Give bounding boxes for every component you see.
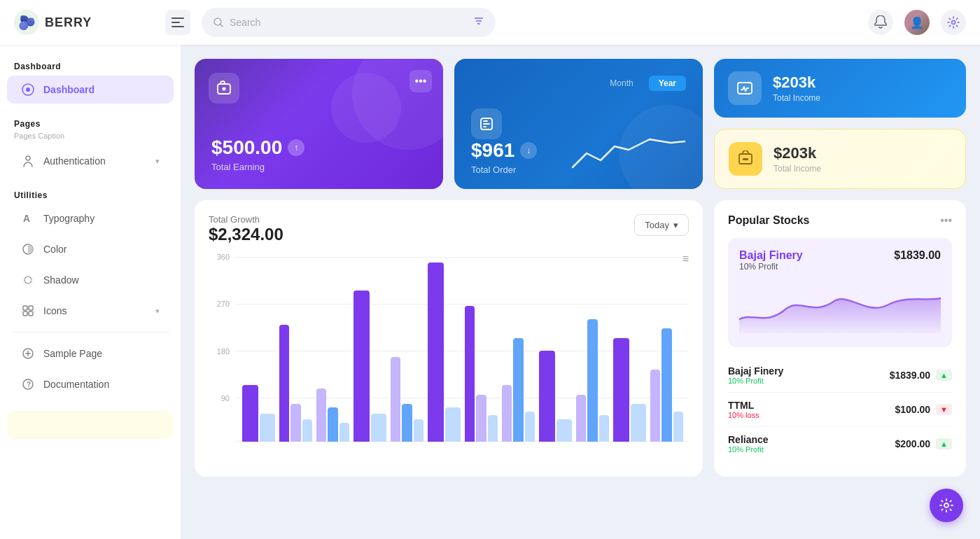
stock-reliance-badge: ▲ bbox=[936, 438, 952, 449]
filter-button[interactable] bbox=[473, 15, 484, 29]
stock-bajaj-name: Bajaj Finery bbox=[728, 365, 783, 377]
earning-card-icon bbox=[209, 73, 239, 104]
bottom-row: Total Growth $2,324.00 Today ▾ ≡ 360 bbox=[195, 200, 966, 477]
sidebar-item-shadow[interactable]: Shadow bbox=[7, 266, 174, 294]
sidebar-pages-caption: Pages Caption bbox=[0, 132, 181, 146]
svg-text:?: ? bbox=[27, 381, 31, 388]
featured-stock-name: Bajaj Finery bbox=[739, 249, 803, 262]
featured-stock-top: Bajaj Finery 10% Profit $1839.00 bbox=[739, 249, 941, 272]
header-right: 👤 bbox=[868, 10, 966, 35]
stocks-menu-button[interactable]: ••• bbox=[940, 214, 952, 227]
sidebar-item-documentation[interactable]: ? Documentation bbox=[7, 370, 174, 398]
card-total-earning: ••• $500.00 ↑ Total Earning bbox=[195, 59, 443, 189]
stocks-title: Popular Stocks bbox=[728, 214, 809, 227]
fab-settings-button[interactable] bbox=[930, 489, 963, 522]
app-name: BERRY bbox=[45, 15, 92, 30]
stock-ttml-badge: ▼ bbox=[936, 404, 952, 415]
sidebar-section-pages: Pages bbox=[0, 113, 181, 132]
sidebar-item-typography[interactable]: A Typography bbox=[7, 204, 174, 232]
bar-blue bbox=[662, 328, 671, 442]
today-chevron-icon: ▾ bbox=[673, 220, 678, 230]
stock-ttml-change: 10% loss bbox=[728, 411, 760, 419]
svg-point-33 bbox=[944, 503, 948, 507]
stock-reliance-name: Reliance bbox=[728, 434, 769, 445]
featured-stock-profit: 10% Profit bbox=[739, 262, 803, 272]
stock-bajaj-badge: ▲ bbox=[936, 370, 952, 381]
menu-toggle-button[interactable] bbox=[165, 10, 190, 35]
stock-row-ttml: TTML 10% loss $100.00 ▼ bbox=[728, 393, 952, 427]
sidebar-promo bbox=[7, 411, 174, 439]
bar-light-blue bbox=[631, 404, 647, 442]
card-income-blue: $203k Total Income bbox=[714, 59, 966, 118]
settings-button[interactable] bbox=[941, 10, 966, 35]
featured-stock-card: Bajaj Finery 10% Profit $1839.00 bbox=[728, 238, 952, 347]
notification-button[interactable] bbox=[868, 10, 893, 35]
typography-icon: A bbox=[21, 211, 35, 225]
income-blue-amount: $203k bbox=[773, 74, 820, 92]
bar-group-8 bbox=[502, 253, 535, 442]
bar-group-7 bbox=[465, 253, 498, 442]
year-toggle-button[interactable]: Year bbox=[649, 76, 686, 91]
bar-light-blue bbox=[445, 407, 461, 442]
bar-purple bbox=[428, 262, 444, 442]
income-blue-label: Total Income bbox=[773, 93, 820, 103]
bar-light-blue bbox=[488, 415, 498, 442]
bar-purple bbox=[539, 351, 555, 442]
user-avatar[interactable]: 👤 bbox=[904, 10, 930, 35]
sidebar-item-color[interactable]: Color bbox=[7, 235, 174, 263]
right-cards: $203k Total Income $203k Total bbox=[714, 59, 966, 189]
sidebar-item-dashboard-label: Dashboard bbox=[43, 84, 160, 95]
svg-line-6 bbox=[220, 24, 223, 27]
logo-icon: 🫐 bbox=[14, 10, 39, 35]
auth-chevron-icon: ▾ bbox=[155, 157, 160, 166]
sidebar-item-authentication[interactable]: Authentication ▾ bbox=[7, 147, 174, 175]
month-toggle-button[interactable]: Month bbox=[600, 76, 643, 91]
card-stocks: Popular Stocks ••• Bajaj Finery 10% Prof… bbox=[714, 200, 966, 477]
sidebar-item-typography-label: Typography bbox=[43, 213, 160, 224]
svg-text:A: A bbox=[23, 213, 30, 224]
sidebar-item-icons-label: Icons bbox=[43, 305, 147, 316]
income-yellow-amount: $203k bbox=[774, 144, 821, 162]
header: 🫐 BERRY bbox=[0, 0, 980, 45]
chart-bars bbox=[237, 253, 689, 442]
dashboard-icon bbox=[21, 83, 35, 97]
growth-amount: $2,324.00 bbox=[209, 225, 284, 244]
svg-point-10 bbox=[952, 21, 955, 24]
today-button[interactable]: Today ▾ bbox=[634, 214, 689, 236]
svg-point-12 bbox=[26, 88, 30, 92]
search-input[interactable] bbox=[230, 17, 468, 28]
bar-group-10 bbox=[576, 253, 609, 442]
bar-group-3 bbox=[316, 253, 349, 442]
bar-light-blue bbox=[556, 419, 573, 442]
stock-bajaj-change: 10% Profit bbox=[728, 377, 783, 385]
sidebar-item-sample-page-label: Sample Page bbox=[43, 348, 160, 359]
documentation-icon: ? bbox=[21, 377, 35, 391]
svg-rect-18 bbox=[23, 306, 27, 310]
stock-reliance-change: 10% Profit bbox=[728, 445, 769, 454]
sidebar-item-sample-page[interactable]: Sample Page bbox=[7, 340, 174, 368]
sidebar-section-dashboard: Dashboard bbox=[0, 56, 181, 74]
growth-title: Total Growth bbox=[209, 214, 284, 225]
sidebar-item-icons[interactable]: Icons ▾ bbox=[7, 297, 174, 325]
bar-purple bbox=[465, 306, 475, 442]
main-content: ••• $500.00 ↑ Total Earning Month Year bbox=[181, 45, 980, 539]
bar-blue bbox=[513, 338, 523, 442]
svg-point-13 bbox=[26, 156, 30, 160]
bar-group-12 bbox=[650, 253, 683, 442]
sidebar-item-dashboard[interactable]: Dashboard bbox=[7, 76, 174, 104]
order-left-content: $961 ↓ Total Order bbox=[471, 139, 537, 175]
income-yellow-icon bbox=[729, 142, 762, 176]
stock-list: Bajaj Finery 10% Profit $1839.00 ▲ TTML … bbox=[728, 358, 952, 461]
order-down-icon: ↓ bbox=[520, 142, 537, 159]
bar-blue bbox=[328, 407, 337, 442]
bar-group-2 bbox=[279, 253, 312, 442]
bar-blue bbox=[402, 404, 412, 442]
svg-rect-20 bbox=[23, 312, 27, 316]
stock-ttml-price: $100.00 bbox=[895, 404, 931, 415]
total-order-label: Total Order bbox=[471, 164, 537, 175]
sidebar-section-utilities: Utilities bbox=[0, 185, 181, 203]
earning-menu-button[interactable]: ••• bbox=[410, 70, 432, 92]
stocks-header: Popular Stocks ••• bbox=[728, 214, 952, 227]
bar-group-11 bbox=[613, 253, 646, 442]
svg-text:🫐: 🫐 bbox=[18, 14, 36, 31]
